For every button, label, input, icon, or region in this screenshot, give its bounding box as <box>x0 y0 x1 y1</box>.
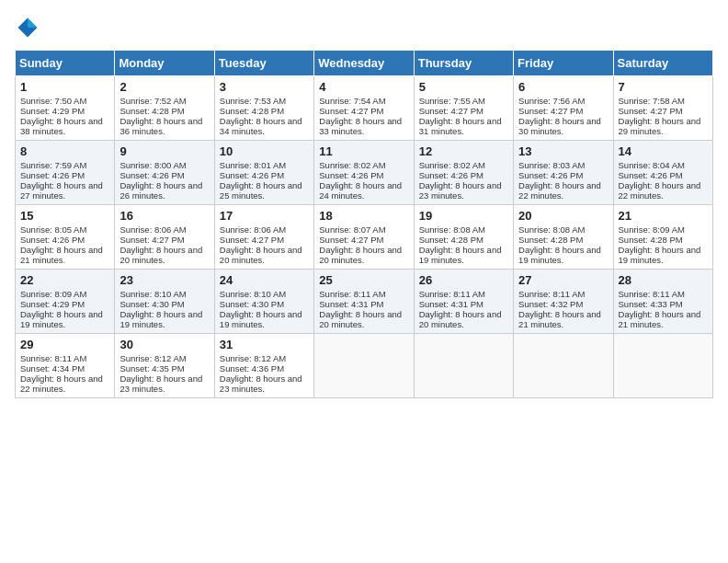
sunrise-text: Sunrise: 8:04 AM <box>619 160 708 170</box>
calendar: SundayMondayTuesdayWednesdayThursdayFrid… <box>15 50 713 398</box>
calendar-week: 29Sunrise: 8:11 AMSunset: 4:34 PMDayligh… <box>16 334 713 398</box>
sunrise-text: Sunrise: 8:02 AM <box>319 160 408 170</box>
calendar-cell: 14Sunrise: 8:04 AMSunset: 4:26 PMDayligh… <box>613 141 712 205</box>
sunset-text: Sunset: 4:27 PM <box>319 106 408 116</box>
calendar-cell: 31Sunrise: 8:12 AMSunset: 4:36 PMDayligh… <box>214 334 313 398</box>
daylight-text: Daylight: 8 hours and 23 minutes. <box>419 180 508 201</box>
sunset-text: Sunset: 4:26 PM <box>419 170 508 180</box>
calendar-body: 1Sunrise: 7:50 AMSunset: 4:29 PMDaylight… <box>16 76 713 398</box>
sunset-text: Sunset: 4:27 PM <box>518 106 608 116</box>
calendar-cell: 11Sunrise: 8:02 AMSunset: 4:26 PMDayligh… <box>314 141 414 205</box>
day-number: 21 <box>619 209 708 223</box>
sunset-text: Sunset: 4:31 PM <box>319 299 408 309</box>
sunrise-text: Sunrise: 7:55 AM <box>419 96 508 106</box>
day-number: 7 <box>619 80 708 94</box>
day-number: 15 <box>20 209 109 223</box>
sunset-text: Sunset: 4:26 PM <box>20 170 109 180</box>
dow-header: Tuesday <box>214 51 313 76</box>
daylight-text: Daylight: 8 hours and 33 minutes. <box>319 116 408 136</box>
calendar-cell: 25Sunrise: 8:11 AMSunset: 4:31 PMDayligh… <box>314 270 414 334</box>
day-number: 11 <box>319 144 408 158</box>
daylight-text: Daylight: 8 hours and 20 minutes. <box>119 245 209 265</box>
calendar-week: 1Sunrise: 7:50 AMSunset: 4:29 PMDaylight… <box>16 76 713 141</box>
day-number: 19 <box>419 209 508 223</box>
day-number: 28 <box>619 273 708 287</box>
daylight-text: Daylight: 8 hours and 22 minutes. <box>619 180 708 201</box>
sunrise-text: Sunrise: 8:11 AM <box>419 289 508 299</box>
dow-header: Monday <box>115 51 214 76</box>
day-number: 31 <box>220 338 309 351</box>
calendar-week: 22Sunrise: 8:09 AMSunset: 4:29 PMDayligh… <box>16 270 713 334</box>
calendar-cell: 13Sunrise: 8:03 AMSunset: 4:26 PMDayligh… <box>514 141 613 205</box>
sunset-text: Sunset: 4:35 PM <box>119 363 209 373</box>
daylight-text: Daylight: 8 hours and 20 minutes. <box>220 245 309 265</box>
day-number: 29 <box>20 338 109 351</box>
daylight-text: Daylight: 8 hours and 26 minutes. <box>119 180 209 201</box>
calendar-cell: 7Sunrise: 7:58 AMSunset: 4:27 PMDaylight… <box>613 76 712 141</box>
day-number: 17 <box>220 209 309 223</box>
daylight-text: Daylight: 8 hours and 19 minutes. <box>619 245 708 265</box>
day-number: 30 <box>119 338 209 351</box>
day-number: 9 <box>119 144 209 158</box>
sunrise-text: Sunrise: 7:58 AM <box>619 96 708 106</box>
calendar-cell: 19Sunrise: 8:08 AMSunset: 4:28 PMDayligh… <box>414 205 513 270</box>
daylight-text: Daylight: 8 hours and 36 minutes. <box>119 116 209 136</box>
sunrise-text: Sunrise: 8:06 AM <box>119 224 209 235</box>
day-number: 5 <box>419 80 508 94</box>
calendar-cell: 21Sunrise: 8:09 AMSunset: 4:28 PMDayligh… <box>613 205 712 270</box>
calendar-cell <box>414 334 513 398</box>
sunset-text: Sunset: 4:33 PM <box>619 299 708 309</box>
day-number: 13 <box>518 144 608 158</box>
day-number: 25 <box>319 273 408 287</box>
daylight-text: Daylight: 8 hours and 19 minutes. <box>518 245 608 265</box>
calendar-cell: 17Sunrise: 8:06 AMSunset: 4:27 PMDayligh… <box>214 205 313 270</box>
day-number: 23 <box>119 273 209 287</box>
day-number: 27 <box>518 273 608 287</box>
sunset-text: Sunset: 4:27 PM <box>220 235 309 245</box>
calendar-cell: 22Sunrise: 8:09 AMSunset: 4:29 PMDayligh… <box>16 270 115 334</box>
day-number: 12 <box>419 144 508 158</box>
sunrise-text: Sunrise: 8:11 AM <box>619 289 708 299</box>
sunset-text: Sunset: 4:30 PM <box>220 299 309 309</box>
day-number: 16 <box>119 209 209 223</box>
calendar-cell: 10Sunrise: 8:01 AMSunset: 4:26 PMDayligh… <box>214 141 313 205</box>
calendar-cell: 27Sunrise: 8:11 AMSunset: 4:32 PMDayligh… <box>514 270 613 334</box>
sunrise-text: Sunrise: 8:06 AM <box>220 224 309 235</box>
sunset-text: Sunset: 4:26 PM <box>518 170 608 180</box>
logo-icon <box>15 15 40 40</box>
sunset-text: Sunset: 4:27 PM <box>419 106 508 116</box>
calendar-week: 8Sunrise: 7:59 AMSunset: 4:26 PMDaylight… <box>16 141 713 205</box>
sunset-text: Sunset: 4:32 PM <box>518 299 608 309</box>
calendar-cell: 5Sunrise: 7:55 AMSunset: 4:27 PMDaylight… <box>414 76 513 141</box>
calendar-cell: 15Sunrise: 8:05 AMSunset: 4:26 PMDayligh… <box>16 205 115 270</box>
sunrise-text: Sunrise: 8:10 AM <box>220 289 309 299</box>
daylight-text: Daylight: 8 hours and 30 minutes. <box>518 116 608 136</box>
daylight-text: Daylight: 8 hours and 38 minutes. <box>20 116 109 136</box>
daylight-text: Daylight: 8 hours and 19 minutes. <box>220 309 309 329</box>
sunset-text: Sunset: 4:29 PM <box>20 299 109 309</box>
sunset-text: Sunset: 4:27 PM <box>619 106 708 116</box>
sunrise-text: Sunrise: 7:59 AM <box>20 160 109 170</box>
day-number: 14 <box>619 144 708 158</box>
daylight-text: Daylight: 8 hours and 21 minutes. <box>619 309 708 329</box>
calendar-cell: 8Sunrise: 7:59 AMSunset: 4:26 PMDaylight… <box>16 141 115 205</box>
sunset-text: Sunset: 4:28 PM <box>518 235 608 245</box>
dow-header: Thursday <box>414 51 513 76</box>
dow-header: Saturday <box>613 51 712 76</box>
sunrise-text: Sunrise: 7:54 AM <box>319 96 408 106</box>
sunset-text: Sunset: 4:26 PM <box>20 235 109 245</box>
sunrise-text: Sunrise: 8:09 AM <box>619 224 708 235</box>
daylight-text: Daylight: 8 hours and 29 minutes. <box>619 116 708 136</box>
sunset-text: Sunset: 4:26 PM <box>319 170 408 180</box>
sunrise-text: Sunrise: 8:08 AM <box>419 224 508 235</box>
page-header <box>15 15 713 40</box>
sunrise-text: Sunrise: 7:50 AM <box>20 96 109 106</box>
sunrise-text: Sunrise: 8:11 AM <box>319 289 408 299</box>
logo <box>15 15 44 40</box>
calendar-cell: 26Sunrise: 8:11 AMSunset: 4:31 PMDayligh… <box>414 270 513 334</box>
calendar-cell: 24Sunrise: 8:10 AMSunset: 4:30 PMDayligh… <box>214 270 313 334</box>
daylight-text: Daylight: 8 hours and 27 minutes. <box>20 180 109 201</box>
calendar-cell: 9Sunrise: 8:00 AMSunset: 4:26 PMDaylight… <box>115 141 214 205</box>
sunrise-text: Sunrise: 8:11 AM <box>20 353 109 363</box>
sunset-text: Sunset: 4:28 PM <box>119 106 209 116</box>
